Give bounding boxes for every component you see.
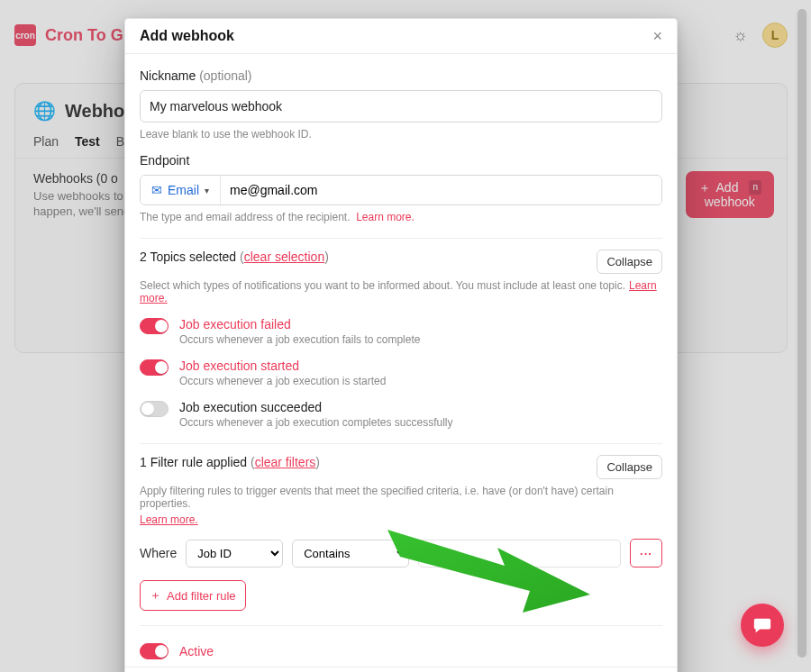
active-label: Active (179, 644, 214, 658)
paren-close: ) (324, 250, 329, 264)
endpoint-value-input[interactable] (221, 176, 661, 204)
nickname-optional: (optional) (199, 68, 251, 83)
topic-item-failed: Job execution failed Occurs whenever a j… (140, 317, 662, 346)
topics-desc-text: Select which types of notifications you … (140, 279, 625, 292)
chat-icon (752, 615, 772, 635)
endpoint-hint-text: The type and email address of the recipi… (140, 211, 350, 223)
topic-item-succeeded: Job execution succeeded Occurs whenever … (140, 400, 662, 429)
endpoint-type-dropdown[interactable]: ✉ Email ▾ (141, 176, 221, 204)
filters-description: Apply filtering rules to trigger events … (140, 485, 662, 526)
modal-header: Add webhook × (125, 19, 677, 54)
nickname-hint: Leave blank to use the webhook ID. (140, 128, 662, 141)
nickname-label: Nickname (optional) (140, 68, 662, 83)
endpoint-label: Endpoint (140, 153, 662, 168)
filters-learn-more-link[interactable]: Learn more. (140, 513, 662, 526)
active-row: Active (140, 642, 662, 659)
filters-desc-text: Apply filtering rules to trigger events … (140, 485, 614, 510)
close-icon[interactable]: × (652, 28, 662, 44)
filters-title: 1 Filter rule applied (clear filters) (140, 455, 320, 469)
filters-clear-link[interactable]: clear filters (255, 455, 316, 469)
modal-title: Add webhook (140, 28, 234, 44)
topic-name: Job execution failed (179, 317, 420, 331)
topic-name: Job execution started (179, 359, 386, 373)
topic-desc: Occurs whenever a job execution fails to… (179, 333, 420, 346)
filter-where-label: Where (140, 546, 177, 560)
filter-value-input[interactable] (418, 540, 621, 568)
add-filter-rule-label: Add filter rule (167, 589, 236, 603)
topics-collapse-button[interactable]: Collapse (597, 250, 662, 274)
topic-desc: Occurs whenever a job execution is start… (179, 375, 386, 387)
plus-icon: ＋ (150, 587, 161, 604)
topic-text: Job execution started Occurs whenever a … (179, 359, 386, 387)
filters-header: 1 Filter rule applied (clear filters) Co… (140, 455, 662, 479)
topic-name: Job execution succeeded (179, 400, 452, 414)
separator (140, 625, 662, 626)
filter-row-menu-button[interactable]: ··· (630, 539, 662, 568)
modal-body: Nickname (optional) Leave blank to use t… (125, 54, 677, 667)
topics-count-label: 2 Topics selected (140, 250, 236, 264)
add-filter-rule-button[interactable]: ＋ Add filter rule (140, 580, 246, 611)
nickname-input[interactable] (140, 90, 662, 123)
filter-rule-row: Where Job ID Contains ··· (140, 539, 662, 568)
topic-toggle-succeeded[interactable] (140, 401, 169, 417)
mail-icon: ✉ (151, 183, 162, 197)
topic-text: Job execution failed Occurs whenever a j… (179, 317, 420, 346)
endpoint-row: ✉ Email ▾ (140, 175, 662, 205)
endpoint-learn-more-link[interactable]: Learn more. (356, 211, 415, 223)
filters-count-label: 1 Filter rule applied (140, 455, 247, 469)
modal-footer: Cancel Add webhook (125, 667, 677, 672)
topics-header: 2 Topics selected (clear selection) Coll… (140, 250, 662, 274)
filter-field-select[interactable]: Job ID (186, 540, 283, 568)
add-webhook-modal: Add webhook × Nickname (optional) Leave … (124, 18, 678, 672)
topics-description: Select which types of notifications you … (140, 279, 662, 304)
topic-desc: Occurs whenever a job execution complete… (179, 416, 452, 429)
active-toggle[interactable] (140, 643, 169, 659)
paren-close: ) (315, 455, 320, 469)
separator (140, 443, 662, 444)
chat-fab[interactable] (741, 604, 784, 647)
topics-title: 2 Topics selected (clear selection) (140, 250, 329, 264)
topics-clear-link[interactable]: clear selection (244, 250, 325, 264)
topic-toggle-started[interactable] (140, 359, 169, 376)
topic-item-started: Job execution started Occurs whenever a … (140, 359, 662, 387)
nickname-label-text: Nickname (140, 68, 196, 83)
filters-collapse-button[interactable]: Collapse (597, 455, 662, 479)
filter-operator-select[interactable]: Contains (292, 540, 409, 568)
endpoint-type-label: Email (168, 183, 199, 197)
endpoint-hint: The type and email address of the recipi… (140, 211, 662, 223)
topic-toggle-failed[interactable] (140, 318, 169, 334)
topic-text: Job execution succeeded Occurs whenever … (179, 400, 452, 429)
viewport: cron Cron To G ☼ L 🌐 Webhoo Plan Test Bi… (0, 0, 811, 672)
separator (140, 238, 662, 239)
chevron-down-icon: ▾ (205, 186, 209, 195)
